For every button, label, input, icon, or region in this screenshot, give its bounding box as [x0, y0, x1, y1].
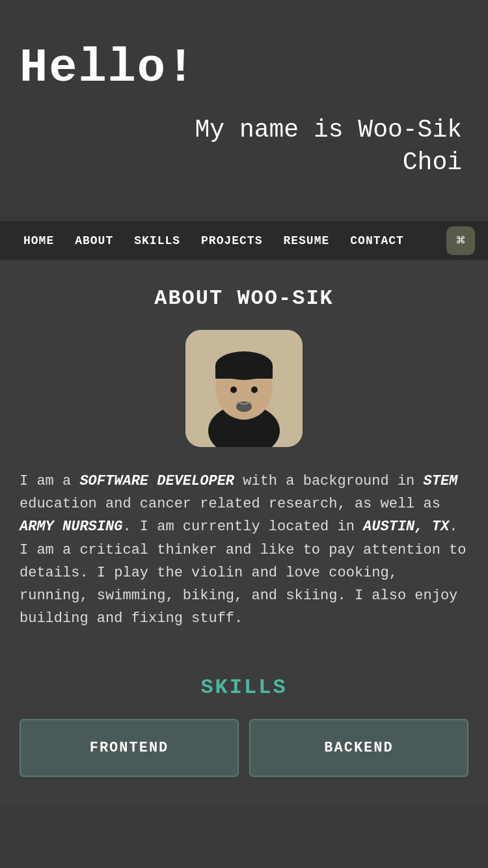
bio-bold4: AUSTIN, TX: [363, 519, 449, 535]
hero-section: Hello! My name is Woo-SikChoi: [0, 0, 488, 221]
bio-bold1: SOFTWARE DEVELOPER: [79, 473, 234, 489]
navbar: HOME ABOUT SKILLS PROJECTS RESUME CONTAC…: [0, 221, 488, 260]
svg-point-6: [230, 387, 237, 393]
nav-item-resume[interactable]: RESUME: [273, 221, 340, 260]
skill-card-backend: BACKEND: [249, 719, 468, 777]
logo-icon[interactable]: ⌘: [446, 226, 475, 255]
nav-item-contact[interactable]: CONTACT: [340, 221, 414, 260]
svg-point-8: [236, 401, 252, 412]
about-bio: I am a SOFTWARE DEVELOPER with a backgro…: [20, 470, 468, 630]
hero-name: My name is Woo-SikChoi: [20, 114, 468, 178]
bio-part2: education and cancer related research, a…: [20, 496, 441, 512]
svg-rect-5: [215, 366, 273, 379]
about-section: ABOUT WOO-SIK: [20, 286, 468, 630]
about-title: ABOUT WOO-SIK: [20, 286, 468, 310]
hero-greeting: Hello!: [20, 43, 468, 94]
bio-intro: I am a: [20, 473, 79, 489]
nav-item-skills[interactable]: SKILLS: [124, 221, 191, 260]
bio-part1: with a background in: [234, 473, 423, 489]
svg-point-7: [251, 387, 258, 393]
skill-card-frontend: FRONTEND: [20, 719, 239, 777]
nav-item-home[interactable]: HOME: [13, 221, 64, 260]
avatar: [185, 330, 303, 447]
skill-label-backend: BACKEND: [324, 740, 393, 756]
skills-grid: FRONTEND BACKEND: [20, 719, 468, 777]
bio-bold2: STEM: [424, 473, 458, 489]
avatar-image: [185, 330, 303, 447]
nav-item-projects[interactable]: PROJECTS: [191, 221, 273, 260]
nav-item-about[interactable]: ABOUT: [64, 221, 124, 260]
bio-bold3: ARMY NURSING: [20, 519, 122, 535]
avatar-container: [20, 330, 468, 447]
bio-part3: . I am currently located in: [122, 519, 363, 535]
skill-label-frontend: FRONTEND: [90, 740, 169, 756]
main-content: ABOUT WOO-SIK: [0, 260, 488, 803]
skills-section: SKILLS FRONTEND BACKEND: [20, 669, 468, 777]
skills-title: SKILLS: [20, 675, 468, 699]
